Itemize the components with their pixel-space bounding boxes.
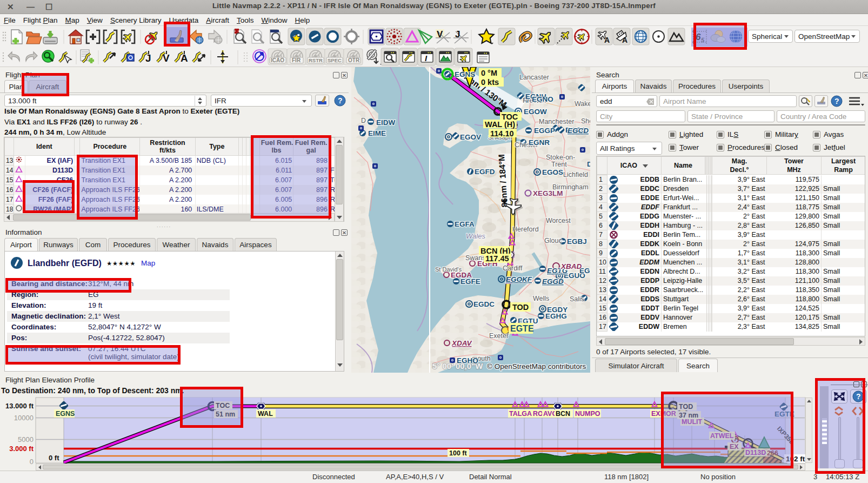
svg-text:J: J <box>455 29 460 39</box>
svg-text:EGOS: EGOS <box>542 168 563 176</box>
svg-text:100 ft: 100 ft <box>449 449 467 457</box>
svg-text:WAL (H): WAL (H) <box>485 120 515 129</box>
svg-text:TALGA: TALGA <box>509 410 532 418</box>
svg-text:V: V <box>163 52 170 64</box>
svg-text:Trent: Trent <box>551 161 567 168</box>
svg-text:Stoke-on-: Stoke-on- <box>546 154 575 161</box>
svg-text:EGNS: EGNS <box>455 70 475 78</box>
svg-text:0 kts: 0 kts <box>481 78 499 87</box>
svg-text:NUMPO: NUMPO <box>575 410 600 418</box>
svg-text:D: D <box>587 160 590 168</box>
svg-text:TOD: TOD <box>512 303 529 312</box>
svg-text:WAL: WAL <box>258 410 273 418</box>
svg-text:EGDA: EGDA <box>451 271 472 279</box>
svg-text:RO: RO <box>533 410 543 418</box>
svg-text:A: A <box>181 52 188 64</box>
svg-text:D: D <box>361 117 366 124</box>
svg-text:EGNR: EGNR <box>529 138 550 147</box>
svg-text:EGNS: EGNS <box>56 410 75 418</box>
svg-text:10000: 10000 <box>14 414 34 422</box>
svg-text:EGFD: EGFD <box>475 168 495 176</box>
svg-text:EGCD: EGCD <box>567 127 589 135</box>
svg-text:EGHG: EGHG <box>545 312 567 320</box>
svg-text:She: She <box>581 117 590 125</box>
svg-text:Cardiff: Cardiff <box>503 264 523 272</box>
svg-text:5° 00' 00,0"W: 5° 00' 00,0"W <box>432 361 483 370</box>
svg-text:A: A <box>622 36 627 44</box>
svg-text:RSTR: RSTR <box>309 57 323 63</box>
svg-text:Hereford: Hereford <box>512 226 539 233</box>
svg-text:OTR: OTR <box>348 57 360 63</box>
svg-text:© OpenStreetMap contributors: © OpenStreetMap contributors <box>487 362 586 370</box>
svg-text:EGTE: EGTE <box>510 324 534 333</box>
svg-text:EIDW: EIDW <box>376 118 396 127</box>
svg-text:5000: 5000 <box>18 435 34 444</box>
svg-text:EGOKF: EGOKF <box>506 275 532 283</box>
svg-text:Wake: Wake <box>575 100 590 108</box>
svg-text:EGGD: EGGD <box>542 277 564 286</box>
svg-text:Wales: Wales <box>466 232 485 240</box>
svg-text:Exeter: Exeter <box>489 332 509 340</box>
svg-text:EGNO: EGNO <box>532 95 553 103</box>
svg-text:Lancaster: Lancaster <box>519 74 549 81</box>
svg-text:3.000 ft: 3.000 ft <box>9 445 34 453</box>
svg-text:V: V <box>437 29 443 39</box>
svg-text:0: 0 <box>30 458 34 466</box>
svg-text:EGFA: EGFA <box>455 220 475 228</box>
svg-text:ICAO: ICAO <box>271 57 284 63</box>
svg-text:Wells: Wells <box>533 295 549 302</box>
svg-text:EGGP: EGGP <box>534 127 555 135</box>
svg-text:0 °M: 0 °M <box>481 69 497 77</box>
svg-text:EGBJ: EGBJ <box>567 237 587 246</box>
svg-text:Manchester: Manchester <box>539 118 574 125</box>
svg-text:13.000 ft: 13.000 ft <box>5 402 34 410</box>
svg-text:0 ft: 0 ft <box>49 454 59 462</box>
svg-text:EIME: EIME <box>368 129 386 137</box>
svg-text:XDAV: XDAV <box>451 339 472 347</box>
svg-text:Glouc: Glouc <box>544 237 562 244</box>
svg-text:?: ? <box>834 97 839 105</box>
svg-text:A: A <box>604 36 610 44</box>
svg-text:FIR: FIR <box>292 57 301 63</box>
svg-text:Worcest: Worcest <box>546 217 571 224</box>
svg-text:BCN: BCN <box>556 410 570 418</box>
svg-text:J: J <box>145 52 151 64</box>
svg-text:EGOW: EGOW <box>524 108 547 116</box>
svg-text:114.10: 114.10 <box>490 129 514 138</box>
svg-text:SPEC: SPEC <box>328 57 342 63</box>
svg-text:?: ? <box>338 96 343 105</box>
svg-text:EGDC: EGDC <box>473 300 495 308</box>
svg-text:XBAD: XBAD <box>560 262 582 270</box>
svg-text:Salis: Salis <box>570 295 584 303</box>
svg-text:EGOV: EGOV <box>460 133 481 141</box>
svg-text:117.45: 117.45 <box>485 254 509 263</box>
svg-text:XEG3LM: XEG3LM <box>533 189 563 197</box>
svg-text:Lichfield: Lichfield <box>563 171 588 178</box>
